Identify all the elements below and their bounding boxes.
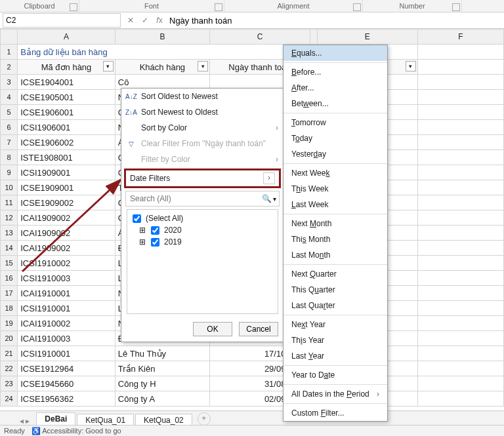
menu-equals[interactable]: Equals... (284, 45, 387, 61)
col-header-C[interactable]: C (210, 30, 310, 45)
cell[interactable] (417, 391, 503, 406)
row-header[interactable]: 8 (1, 150, 18, 165)
cell[interactable]: ICSI1910001 (18, 301, 116, 316)
menu-after[interactable]: After... (284, 80, 387, 96)
cell[interactable]: Công ty A (115, 391, 209, 406)
cell[interactable] (417, 346, 503, 361)
cell[interactable]: Công ty H (115, 376, 209, 391)
cancel-formula-icon[interactable]: ✕ (123, 16, 138, 25)
menu-this-year[interactable]: This Year (284, 332, 387, 348)
cell[interactable]: Trần Kiên (115, 361, 209, 376)
menu-this-week[interactable]: This Week (284, 181, 387, 197)
cell[interactable] (417, 331, 503, 346)
menu-next-quarter[interactable]: Next Quarter (284, 266, 387, 282)
row-header[interactable]: 20 (1, 331, 18, 346)
cell[interactable]: ICSE1945660 (18, 376, 116, 391)
row-header[interactable]: 18 (1, 301, 18, 316)
cell[interactable]: ICAI1910002 (18, 316, 116, 331)
menu-year-to-date[interactable]: Year to Date (284, 367, 387, 383)
cell[interactable] (417, 301, 503, 316)
cell[interactable] (417, 210, 503, 226)
new-sheet-button[interactable]: + (198, 412, 211, 426)
row-header[interactable]: 16 (1, 271, 18, 286)
cell[interactable]: ICSI1909001 (18, 165, 116, 180)
filter-dropdown-icon[interactable]: ▾ (198, 61, 208, 71)
menu-next-year[interactable]: Next Year (284, 317, 387, 332)
cell[interactable]: ICAI1909002 (18, 210, 116, 226)
year-2019-checkbox[interactable]: ⊞2019 (139, 236, 275, 248)
row-header[interactable]: 17 (1, 286, 18, 301)
cell[interactable] (417, 105, 503, 120)
menu-between[interactable]: Between... (284, 96, 387, 111)
cell[interactable] (417, 316, 503, 331)
enter-formula-icon[interactable]: ✓ (138, 16, 152, 25)
cell[interactable]: ICSE1906002 (18, 135, 116, 150)
name-box[interactable] (3, 13, 121, 28)
sort-oldest-to-newest[interactable]: A↓ZSort Oldest to Newest (121, 89, 284, 104)
sheet-tab-debai[interactable]: DeBai (36, 412, 75, 426)
row-header[interactable]: 19 (1, 316, 18, 331)
col-header-F[interactable]: F (417, 30, 503, 45)
filter-dropdown-icon[interactable]: ▾ (103, 61, 114, 71)
cell[interactable] (417, 195, 503, 210)
expand-icon[interactable]: ⊞ (139, 237, 146, 247)
cell[interactable]: ICSE1904001 (18, 75, 116, 90)
cell[interactable]: ICSE1909002 (18, 195, 116, 210)
menu-last-quarter[interactable]: Last Quarter (284, 298, 387, 313)
row-header[interactable]: 12 (1, 210, 18, 226)
menu-last-month[interactable]: Last Month (284, 247, 387, 263)
row-header[interactable]: 2 (1, 60, 18, 75)
filter-value-tree[interactable]: (Select All) ⊞2020 ⊞2019 (127, 209, 278, 314)
cell[interactable] (417, 361, 503, 376)
table-header-kh[interactable]: Khách hàng▾ (115, 60, 209, 75)
row-header[interactable]: 23 (1, 376, 18, 391)
row-header[interactable]: 5 (1, 105, 18, 120)
cell[interactable] (417, 256, 503, 271)
cell[interactable] (417, 271, 503, 286)
row-header[interactable]: 14 (1, 241, 18, 256)
menu-tomorrow[interactable]: Tomorrow (284, 115, 387, 130)
accessibility-status[interactable]: ♿ Accessibility: Good to go (32, 427, 121, 435)
year-2020-checkbox[interactable]: ⊞2020 (139, 224, 275, 236)
sort-by-color[interactable]: Sort by Color› (121, 120, 284, 136)
cell[interactable] (417, 226, 503, 241)
cell[interactable] (417, 120, 503, 135)
menu-this-quarter[interactable]: This Quarter (284, 282, 387, 298)
cell[interactable] (417, 135, 503, 150)
ok-button[interactable]: OK (193, 322, 232, 336)
cell[interactable]: ICSE1912964 (18, 361, 116, 376)
row-header[interactable]: 13 (1, 226, 18, 241)
row-header[interactable]: 1 (1, 45, 18, 60)
row-header[interactable]: 9 (1, 165, 18, 180)
menu-yesterday[interactable]: Yesterday (284, 146, 387, 162)
row-header[interactable]: 11 (1, 195, 18, 210)
row-header[interactable]: 7 (1, 135, 18, 150)
cell[interactable] (417, 286, 503, 301)
cell[interactable] (417, 376, 503, 391)
date-filters[interactable]: Date Filters› (124, 168, 281, 188)
fx-icon[interactable]: fx (152, 16, 167, 25)
dialog-launcher-icon[interactable] (70, 3, 77, 11)
row-header[interactable]: 21 (1, 346, 18, 361)
cell[interactable]: ICAI1910001 (18, 286, 116, 301)
filter-search-input[interactable] (129, 193, 262, 204)
row-header[interactable]: 6 (1, 120, 18, 135)
cell[interactable]: ICSE1906001 (18, 105, 116, 120)
row-header[interactable]: 3 (1, 75, 18, 90)
cell[interactable] (417, 165, 503, 180)
cell[interactable]: ICAI1910003 (18, 331, 116, 346)
expand-icon[interactable]: ⊞ (139, 226, 146, 235)
cell[interactable] (417, 150, 503, 165)
menu-custom-filter[interactable]: Custom Filter... (284, 405, 387, 421)
cell[interactable] (417, 90, 503, 105)
select-all-corner[interactable] (1, 30, 18, 45)
cancel-button[interactable]: Cancel (239, 322, 278, 336)
menu-before[interactable]: Before... (284, 64, 387, 80)
cell[interactable]: ICSE1909001 (18, 180, 116, 195)
cell[interactable]: ICSE1905001 (18, 90, 116, 105)
col-header-A[interactable]: A (18, 30, 116, 45)
col-header-E[interactable]: E (317, 30, 417, 45)
filter-search[interactable]: 🔍▾ (125, 191, 280, 207)
cell[interactable] (417, 75, 503, 90)
table-header-ma[interactable]: Mã đơn hàng▾ (18, 60, 116, 75)
